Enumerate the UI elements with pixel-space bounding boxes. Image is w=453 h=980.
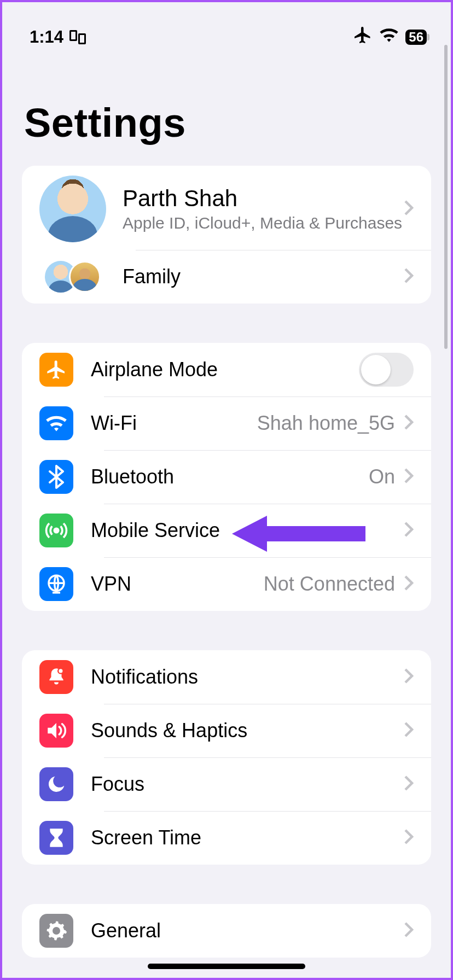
- chevron-right-icon: [404, 414, 414, 433]
- bluetooth-row[interactable]: Bluetooth On: [22, 450, 431, 504]
- chevron-right-icon: [404, 775, 414, 794]
- family-label: Family: [123, 265, 404, 288]
- airplane-icon: [39, 353, 73, 387]
- vpn-value: Not Connected: [264, 573, 395, 596]
- mobile-label: Mobile Service: [91, 519, 404, 542]
- scroll-indicator: [444, 45, 448, 349]
- mobile-service-row[interactable]: Mobile Service: [22, 504, 431, 557]
- speaker-icon: [39, 714, 73, 748]
- vpn-label: VPN: [91, 573, 264, 596]
- chevron-right-icon: [404, 668, 414, 686]
- chevron-right-icon: [404, 521, 414, 540]
- wifi-value: Shah home_5G: [257, 412, 395, 435]
- sounds-label: Sounds & Haptics: [91, 719, 404, 742]
- general-row[interactable]: General: [22, 904, 431, 958]
- general-group: General: [22, 904, 431, 958]
- chevron-right-icon: [404, 921, 414, 940]
- globe-icon: [39, 567, 73, 601]
- screentime-row[interactable]: Screen Time: [22, 811, 431, 865]
- bluetooth-label: Bluetooth: [91, 465, 369, 488]
- svg-rect-2: [71, 32, 76, 39]
- status-time: 1:14: [30, 27, 63, 47]
- svg-point-4: [54, 528, 58, 532]
- hourglass-icon: [39, 821, 73, 855]
- chevron-right-icon: [404, 200, 414, 218]
- family-row[interactable]: Family: [22, 250, 431, 304]
- preferences-group: Notifications Sounds & Haptics Focus Scr…: [22, 650, 431, 865]
- apple-id-row[interactable]: Parth Shah Apple ID, iCloud+, Media & Pu…: [22, 166, 431, 250]
- page-title: Settings: [2, 57, 451, 166]
- bluetooth-icon: [39, 460, 73, 494]
- airplane-mode-row[interactable]: Airplane Mode: [22, 343, 431, 396]
- wifi-status-icon: [379, 27, 399, 48]
- gear-icon: [39, 914, 73, 948]
- chevron-right-icon: [404, 575, 414, 593]
- svg-point-6: [58, 668, 63, 674]
- account-subtitle: Apple ID, iCloud+, Media & Purchases: [123, 214, 404, 232]
- notifications-row[interactable]: Notifications: [22, 650, 431, 704]
- sounds-row[interactable]: Sounds & Haptics: [22, 704, 431, 757]
- bluetooth-value: On: [369, 465, 395, 488]
- battery-indicator: 56: [405, 30, 427, 45]
- airplane-label: Airplane Mode: [91, 358, 359, 381]
- dual-sim-icon: [69, 30, 88, 45]
- account-name: Parth Shah: [123, 185, 404, 212]
- antenna-icon: [39, 514, 73, 547]
- vpn-row[interactable]: VPN Not Connected: [22, 557, 431, 611]
- screentime-label: Screen Time: [91, 826, 404, 849]
- account-group: Parth Shah Apple ID, iCloud+, Media & Pu…: [22, 166, 431, 304]
- general-label: General: [91, 919, 404, 942]
- airplane-toggle[interactable]: [359, 353, 414, 387]
- family-avatars: [39, 261, 106, 293]
- moon-icon: [39, 767, 73, 801]
- home-indicator[interactable]: [148, 964, 305, 969]
- bell-icon: [39, 660, 73, 694]
- airplane-status-icon: [353, 25, 373, 49]
- notifications-label: Notifications: [91, 666, 404, 689]
- chevron-right-icon: [404, 721, 414, 740]
- wifi-icon: [39, 406, 73, 440]
- status-bar: 1:14 56: [2, 2, 451, 57]
- focus-row[interactable]: Focus: [22, 757, 431, 811]
- chevron-right-icon: [404, 267, 414, 286]
- wifi-row[interactable]: Wi-Fi Shah home_5G: [22, 396, 431, 450]
- svg-rect-3: [80, 35, 84, 43]
- user-avatar: [39, 176, 106, 242]
- network-group: Airplane Mode Wi-Fi Shah home_5G Bluetoo…: [22, 343, 431, 611]
- chevron-right-icon: [404, 829, 414, 847]
- chevron-right-icon: [404, 468, 414, 486]
- focus-label: Focus: [91, 773, 404, 796]
- wifi-label: Wi-Fi: [91, 412, 257, 435]
